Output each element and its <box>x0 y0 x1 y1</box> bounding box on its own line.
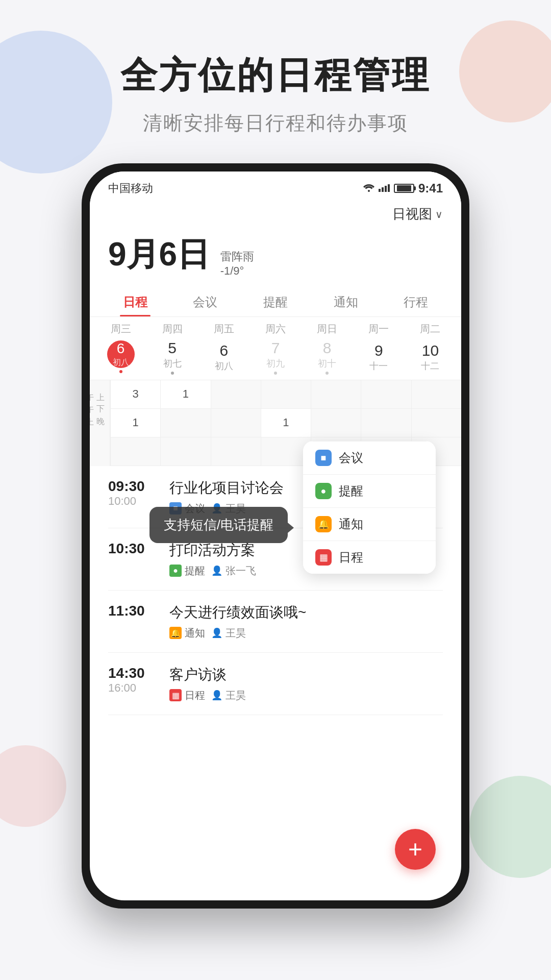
status-bar: 中国移动 9:41 <box>90 172 461 201</box>
cell-row1-col2: 1 <box>160 380 210 409</box>
event-type-2: ● 提醒 <box>169 564 205 578</box>
cell-row2-col7 <box>411 409 461 437</box>
quick-add-reminder[interactable]: ● 提醒 <box>303 474 436 507</box>
person-icon-2: 👤 <box>211 565 222 576</box>
phone-mockup: 中国移动 9:41 日视图 <box>82 163 469 909</box>
week-date-9[interactable]: 9 十一 <box>353 341 405 372</box>
weekday-label-thu: 周四 <box>146 322 198 339</box>
add-fab-button[interactable]: + <box>395 829 436 870</box>
quick-reminder-label: 提醒 <box>339 483 363 499</box>
cell-row1-col7 <box>411 380 461 409</box>
event-start-1: 09:30 <box>108 478 169 495</box>
event-type-4: ▦ 日程 <box>169 689 205 702</box>
calendar-week-strip: 周三 周四 周五 周六 周日 周一 周二 6 初八 <box>90 317 461 380</box>
sms-reminder-bubble: 支持短信/电话提醒 <box>149 507 288 543</box>
view-selector[interactable]: 日视图 ∨ <box>392 205 443 223</box>
weekday-label-fri: 周五 <box>198 322 249 339</box>
event-meta-4: ▦ 日程 👤 王昊 <box>169 689 443 702</box>
cell-row1-col1: 3 <box>110 380 160 409</box>
svg-point-0 <box>368 190 370 192</box>
week-date-10[interactable]: 10 十二 <box>405 341 456 372</box>
week-date-6b[interactable]: 6 初八 <box>198 341 249 372</box>
person-icon-4: 👤 <box>211 690 222 701</box>
week-date-8[interactable]: 8 初十 <box>302 339 353 375</box>
quick-schedule-label: 日程 <box>339 549 363 566</box>
event-person-3: 👤 王昊 <box>211 626 246 640</box>
date-num-6b: 6 <box>220 342 229 359</box>
cell-row1-col6 <box>361 380 411 409</box>
event-details-3: 今天进行绩效面谈哦~ 🔔 通知 👤 王昊 <box>169 603 443 640</box>
event-item-3[interactable]: 11:30 今天进行绩效面谈哦~ 🔔 通知 👤 王昊 <box>108 591 443 653</box>
carrier-label: 中国移动 <box>108 181 153 196</box>
week-dates-row: 6 初八 5 初七 <box>90 339 461 375</box>
status-right-icons: 9:41 <box>363 181 443 195</box>
quick-add-menu: ■ 会议 ● 提醒 🔔 通知 ▦ 日程 <box>303 441 436 574</box>
cell-row2-col1: 1 <box>110 409 160 437</box>
quick-add-notification[interactable]: 🔔 通知 <box>303 507 436 541</box>
week-date-7[interactable]: 7 初九 <box>249 339 301 375</box>
event-meta-3: 🔔 通知 👤 王昊 <box>169 626 443 640</box>
time-label-afternoon: 下午 <box>90 393 110 405</box>
quick-notification-label: 通知 <box>339 516 363 532</box>
cell-row1-col5 <box>311 380 361 409</box>
cell-row2-col6 <box>361 409 411 437</box>
tab-reminder[interactable]: 提醒 <box>240 286 311 316</box>
date-dot-5 <box>171 372 174 375</box>
event-person-4: 👤 王昊 <box>211 689 246 702</box>
quick-add-meeting[interactable]: ■ 会议 <box>303 441 436 474</box>
status-time: 9:41 <box>418 181 443 195</box>
tab-schedule[interactable]: 日程 <box>100 286 170 316</box>
event-end-4: 16:00 <box>108 681 169 695</box>
weekday-label-mon: 周一 <box>353 322 405 339</box>
svg-rect-2 <box>382 187 384 192</box>
bg-decoration-4 <box>0 745 66 827</box>
date-lunar-5: 初七 <box>163 357 182 370</box>
app-view-header[interactable]: 日视图 ∨ <box>90 201 461 227</box>
date-header: 9月6日 雷阵雨 -1/9° <box>90 227 461 286</box>
promo-sub-title: 清晰安排每日行程和待办事项 <box>0 110 551 136</box>
weekday-label-sun: 周日 <box>302 322 353 339</box>
date-dot-8 <box>325 372 329 375</box>
cell-row2-col4: 1 <box>261 409 311 437</box>
wifi-icon <box>363 183 374 194</box>
event-start-4: 14:30 <box>108 665 169 681</box>
tab-meeting[interactable]: 会议 <box>170 286 241 316</box>
date-num-9: 9 <box>374 342 383 359</box>
cell-row1-col4 <box>261 380 311 409</box>
event-end-1: 10:00 <box>108 495 169 508</box>
date-lunar-9: 十一 <box>369 361 388 371</box>
type-label-3: 通知 <box>185 626 205 640</box>
date-lunar-6: 初八 <box>113 357 129 368</box>
plus-icon: + <box>408 837 422 862</box>
sms-bubble-text: 支持短信/电话提醒 <box>164 517 273 532</box>
cell-row3-col3 <box>211 437 261 466</box>
cell-row1-col3 <box>211 380 261 409</box>
cell-row2-col5 <box>311 409 361 437</box>
battery-icon <box>394 184 414 193</box>
reminder-icon: ● <box>169 565 182 577</box>
tab-itinerary[interactable]: 行程 <box>381 286 451 316</box>
cell-row3-col2 <box>160 437 210 466</box>
event-title-3: 今天进行绩效面谈哦~ <box>169 603 443 622</box>
week-date-6-today[interactable]: 6 初八 <box>95 340 146 373</box>
event-title-4: 客户访谈 <box>169 665 443 684</box>
event-item-4[interactable]: 14:30 16:00 客户访谈 ▦ 日程 👤 王昊 <box>108 653 443 715</box>
cell-row2-col3 <box>211 409 261 437</box>
time-label-evening: 晚上 <box>90 405 110 417</box>
event-start-3: 11:30 <box>108 603 169 619</box>
event-time-col-4: 14:30 16:00 <box>108 665 169 695</box>
date-lunar-6b: 初八 <box>215 361 233 371</box>
person-icon-3: 👤 <box>211 627 222 639</box>
tab-notification[interactable]: 通知 <box>311 286 381 316</box>
quick-add-schedule[interactable]: ▦ 日程 <box>303 541 436 574</box>
person-name-4: 王昊 <box>226 689 246 702</box>
date-lunar-10: 十二 <box>421 361 439 371</box>
tab-bar: 日程 会议 提醒 通知 行程 <box>90 286 461 317</box>
date-num-10: 10 <box>422 342 439 359</box>
svg-rect-3 <box>385 186 387 192</box>
date-lunar-7: 初九 <box>266 358 285 369</box>
quick-meeting-label: 会议 <box>339 450 363 466</box>
week-date-5[interactable]: 5 初七 <box>146 339 198 375</box>
type-label-4: 日程 <box>185 689 205 702</box>
quick-reminder-icon: ● <box>315 483 332 499</box>
